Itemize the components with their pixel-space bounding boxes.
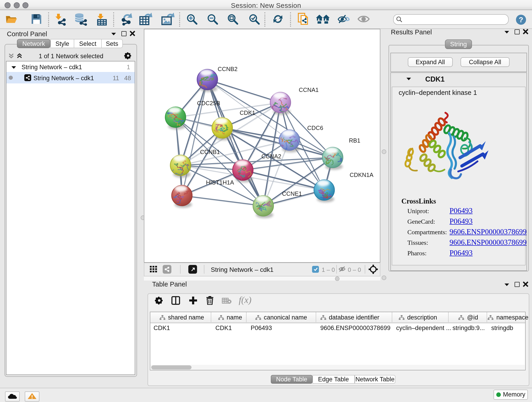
svg-text:CCNA2: CCNA2 — [261, 153, 281, 160]
svg-text:RB1: RB1 — [349, 137, 360, 144]
svg-text:CCNB1: CCNB1 — [200, 149, 220, 155]
svg-text:?: ? — [519, 16, 523, 24]
svg-text:CCNB2: CCNB2 — [218, 66, 238, 72]
svg-text:CDC25B: CDC25B — [197, 100, 220, 106]
svg-text:CCNE1: CCNE1 — [282, 191, 302, 197]
svg-text:CCNA1: CCNA1 — [299, 87, 319, 93]
svg-text:HIST1H1A: HIST1H1A — [206, 179, 234, 186]
svg-text:CDKN1A: CDKN1A — [350, 172, 374, 178]
svg-text:CDC6: CDC6 — [307, 125, 323, 131]
svg-text:CDK1: CDK1 — [240, 109, 255, 116]
